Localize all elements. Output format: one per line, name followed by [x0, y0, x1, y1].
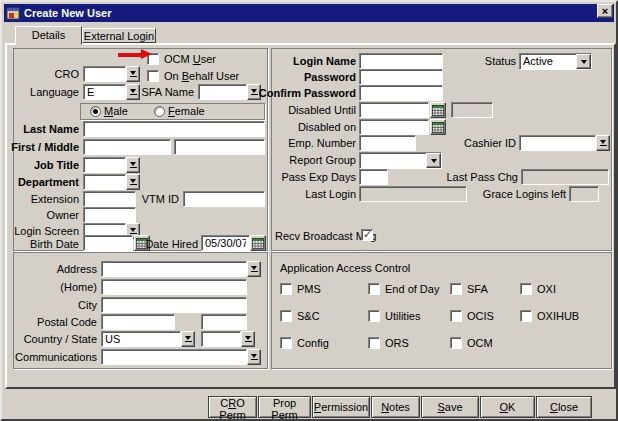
grace-logins-left-label: Grace Logins left: [483, 187, 566, 202]
last-login-label: Last Login: [305, 187, 356, 202]
access-end-of-day-checkbox[interactable]: [368, 283, 380, 295]
lov-arrow-icon: [130, 228, 136, 232]
lov-arrow-icon: [600, 140, 606, 144]
access-oxihub-label: OXIHUB: [537, 309, 579, 324]
disabled-until-input[interactable]: [359, 102, 429, 118]
application-access-title: Application Access Control: [280, 261, 410, 276]
report-group-dropdown[interactable]: [359, 152, 442, 169]
job-title-input[interactable]: [83, 157, 126, 173]
country-input[interactable]: [101, 331, 181, 347]
prop-perm-button[interactable]: Prop Perm: [258, 396, 311, 418]
lov-arrow-icon: [251, 89, 257, 93]
pass-exp-days-input[interactable]: [359, 169, 388, 185]
login-name-input[interactable]: [359, 53, 443, 69]
country-lov-button[interactable]: [181, 331, 195, 347]
home-address-input[interactable]: [101, 279, 247, 295]
access-ors-checkbox[interactable]: [368, 337, 380, 349]
tab-details[interactable]: Details: [15, 26, 82, 45]
vtm-id-input[interactable]: [183, 191, 265, 207]
tab-external-login[interactable]: External Login: [82, 28, 156, 43]
postal-code-input[interactable]: [101, 314, 175, 330]
title-bar: Create New User: [4, 4, 614, 22]
report-group-dropdown-button[interactable]: [426, 153, 441, 168]
access-ocm-checkbox[interactable]: [450, 337, 462, 349]
on-behalf-user-label: On Behalf User: [164, 69, 239, 84]
extension-input[interactable]: [83, 191, 136, 207]
disabled-until-calendar-button[interactable]: [430, 102, 446, 118]
sfa-name-input[interactable]: [198, 84, 247, 100]
close-button[interactable]: ×: [597, 4, 613, 18]
login-name-label: Login Name: [293, 54, 356, 69]
disabled-on-calendar-button[interactable]: [430, 119, 446, 135]
calendar-icon: [432, 105, 444, 116]
report-group-label: Report Group: [289, 153, 356, 168]
lov-arrow-icon: [251, 266, 257, 270]
home-label: (Home): [60, 280, 97, 295]
calendar-icon: [432, 122, 444, 133]
country-state-label: Country / State: [24, 332, 97, 347]
date-hired-label: Date Hired: [145, 237, 198, 252]
notes-button[interactable]: Notes: [371, 396, 420, 418]
cro-perm-button[interactable]: CRO Perm: [208, 396, 257, 418]
postal-code-label: Postal Code: [37, 315, 97, 330]
last-pass-chg-display: [521, 169, 609, 185]
department-label: Department: [18, 175, 79, 190]
disabled-on-input[interactable]: [359, 119, 429, 135]
confirm-password-input[interactable]: [359, 85, 443, 101]
access-oxi-checkbox[interactable]: [520, 283, 532, 295]
owner-input[interactable]: [83, 207, 136, 223]
department-input[interactable]: [83, 174, 126, 190]
language-lov-button[interactable]: [126, 84, 140, 100]
address-label: Address: [57, 262, 97, 277]
access-sc-checkbox[interactable]: [280, 310, 292, 322]
state-lov-button[interactable]: [241, 331, 255, 347]
department-lov-button[interactable]: [126, 174, 140, 190]
status-dropdown[interactable]: Active: [519, 53, 592, 70]
ok-button[interactable]: OK: [480, 396, 535, 418]
female-radio[interactable]: [154, 106, 165, 117]
access-pms-checkbox[interactable]: [280, 283, 292, 295]
access-sfa-checkbox[interactable]: [450, 283, 462, 295]
cro-lov-button[interactable]: [126, 66, 140, 82]
communications-lov-button[interactable]: [247, 349, 261, 365]
postal-code-ext-input[interactable]: [201, 314, 247, 330]
access-oxihub-checkbox[interactable]: [520, 310, 532, 322]
access-utilities-checkbox[interactable]: [368, 310, 380, 322]
close-dialog-button[interactable]: Close: [536, 396, 592, 418]
city-label: City: [78, 298, 97, 313]
language-input[interactable]: [83, 84, 126, 100]
job-title-lov-button[interactable]: [126, 157, 140, 173]
city-input[interactable]: [101, 297, 247, 313]
cashier-id-input[interactable]: [519, 135, 596, 151]
male-radio[interactable]: [90, 106, 101, 117]
recv-broadcast-msg-checkbox[interactable]: [361, 229, 373, 241]
address-input[interactable]: [101, 261, 247, 277]
permission-button[interactable]: Permission: [312, 396, 370, 418]
access-oxi-label: OXI: [537, 282, 556, 297]
access-ocis-checkbox[interactable]: [450, 310, 462, 322]
status-value: Active: [520, 54, 576, 69]
middle-name-input[interactable]: [174, 139, 265, 155]
access-config-checkbox[interactable]: [280, 337, 292, 349]
job-title-label: Job Title: [34, 158, 79, 173]
birth-date-input[interactable]: [83, 235, 133, 251]
window-title: Create New User: [24, 7, 111, 19]
first-name-input[interactable]: [83, 139, 171, 155]
address-lov-button[interactable]: [247, 261, 261, 277]
cashier-id-lov-button[interactable]: [596, 135, 610, 151]
last-name-input[interactable]: [83, 121, 265, 137]
lov-arrow-icon: [251, 354, 257, 358]
on-behalf-user-checkbox[interactable]: [147, 70, 159, 82]
date-hired-calendar-button[interactable]: [250, 235, 266, 251]
confirm-password-label: Confirm Password: [259, 86, 356, 101]
communications-input[interactable]: [101, 349, 247, 365]
cro-input[interactable]: [83, 66, 126, 82]
date-hired-input[interactable]: [201, 235, 250, 251]
status-dropdown-button[interactable]: [576, 54, 591, 69]
app-icon: [6, 6, 20, 20]
chevron-down-icon: [581, 60, 587, 64]
state-input[interactable]: [201, 331, 241, 347]
emp-number-input[interactable]: [359, 135, 416, 151]
save-button[interactable]: Save: [421, 396, 479, 418]
password-input[interactable]: [359, 69, 443, 85]
